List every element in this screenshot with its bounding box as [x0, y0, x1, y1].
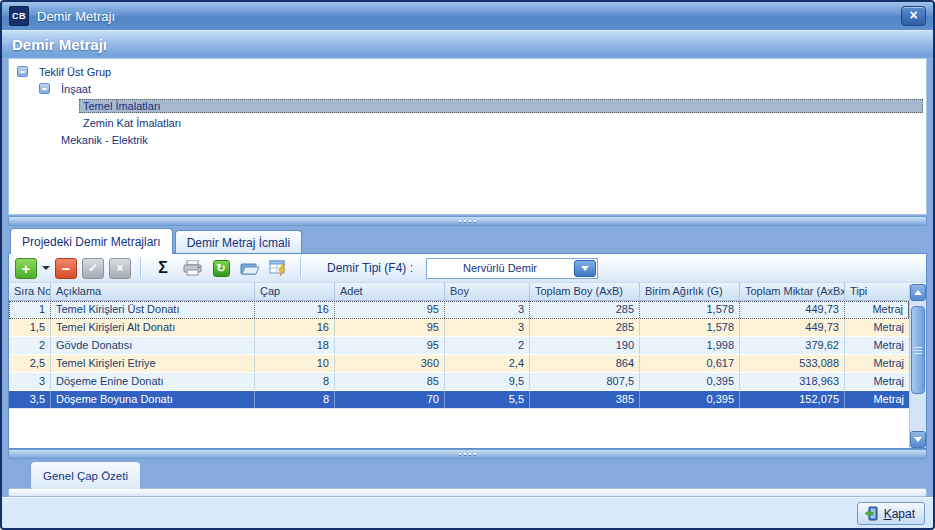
add-dropdown-arrow-icon[interactable]: [42, 266, 50, 270]
demir-tipi-label: Demir Tipi (F4) :: [327, 261, 413, 275]
table-cell: 3: [445, 301, 530, 318]
column-header[interactable]: Toplam Boy (AxB): [530, 283, 640, 300]
tree-item[interactable]: Teklif Üst Grup: [9, 63, 926, 80]
table-cell: Metraj: [845, 355, 909, 372]
splitter-grip-dot: [464, 453, 466, 455]
column-header[interactable]: Birim Ağırlık (G): [640, 283, 740, 300]
table-cell: 3: [9, 373, 51, 390]
table-cell: 449,73: [740, 301, 845, 318]
horizontal-splitter[interactable]: [8, 216, 927, 226]
tab-genel-cap-ozeti[interactable]: Genel Çap Özeti: [30, 461, 141, 489]
printer-icon: [183, 260, 202, 276]
chevron-up-icon: [914, 290, 922, 295]
tree-item-label: Zemin Kat İmalatları: [79, 116, 185, 130]
chevron-down-icon: [914, 437, 922, 442]
table-cell: 2: [445, 337, 530, 354]
table-cell: Metraj: [845, 301, 909, 318]
table-cell: 1,578: [640, 301, 740, 318]
tree-item[interactable]: İnşaat: [9, 80, 926, 97]
tree-expander-icon[interactable]: [17, 66, 28, 77]
table-cell: 379,62: [740, 337, 845, 354]
table-cell: 807,5: [530, 373, 640, 390]
column-header[interactable]: Sıra No: [9, 283, 51, 300]
folder-icon: [240, 261, 260, 276]
table-cell: 1,998: [640, 337, 740, 354]
title-bar: CB Demir Metrajı ×: [2, 2, 933, 30]
column-header[interactable]: Tipi: [845, 283, 909, 300]
tree-item[interactable]: Mekanik - Elektrik: [9, 131, 926, 148]
table-row[interactable]: 3,5Döşeme Boyuna Donatı8705,53850,395152…: [9, 391, 909, 409]
minus-icon: −: [62, 261, 71, 276]
table-cell: 5,5: [445, 391, 530, 408]
tab-demir-metraj-icmali[interactable]: Demir Metraj İcmali: [175, 230, 302, 254]
minus-glyph: [42, 88, 47, 90]
scroll-down-button[interactable]: [910, 431, 926, 448]
delete-row-button[interactable]: −: [55, 258, 77, 279]
cancel-button[interactable]: ×: [109, 258, 131, 279]
print-button[interactable]: [180, 257, 204, 279]
table-cell: Gövde Donatısı: [51, 337, 255, 354]
column-header[interactable]: Çap: [255, 283, 335, 300]
column-header[interactable]: Açıklama: [51, 283, 255, 300]
sum-button[interactable]: Σ: [151, 257, 175, 279]
table-cell: 864: [530, 355, 640, 372]
column-header[interactable]: Toplam Miktar (AxBx(: [740, 283, 845, 300]
table-cell: 16: [255, 301, 335, 318]
splitter-grip-dot: [464, 220, 466, 222]
splitter-grip-dot: [469, 220, 471, 222]
page-title: Demir Metrajı: [2, 30, 933, 57]
kapat-button[interactable]: Kapat: [857, 502, 925, 525]
table-cell: Metraj: [845, 319, 909, 336]
column-header[interactable]: Boy: [445, 283, 530, 300]
demir-metraji-window: CB Demir Metrajı × Demir Metrajı Teklif …: [0, 0, 935, 530]
refresh-button[interactable]: ↻: [209, 257, 233, 279]
table-cell: 95: [335, 301, 445, 318]
table-cell: 10: [255, 355, 335, 372]
table-row[interactable]: 1,5Temel Kirişleri Alt Donatı169532851,5…: [9, 319, 909, 337]
grid-lightning-icon: [269, 260, 289, 276]
confirm-button[interactable]: ✓: [82, 258, 104, 279]
table-cell: 8: [255, 373, 335, 390]
column-header[interactable]: Adet: [335, 283, 445, 300]
table-cell: 285: [530, 301, 640, 318]
table-cell: Temel Kirişleri Etriye: [51, 355, 255, 372]
grid-body: 1Temel Kirişleri Üst Donatı169532851,578…: [9, 301, 909, 409]
table-cell: 95: [335, 337, 445, 354]
scroll-up-button[interactable]: [910, 284, 926, 301]
minus-glyph: [20, 71, 25, 73]
table-cell: 9,5: [445, 373, 530, 390]
vertical-scrollbar[interactable]: [909, 284, 926, 448]
horizontal-splitter[interactable]: [8, 449, 927, 459]
tree-view: Teklif Üst GrupİnşaatTemel İmalatlarıZem…: [8, 58, 927, 215]
table-cell: 190: [530, 337, 640, 354]
tree-item[interactable]: Zemin Kat İmalatları: [9, 114, 926, 131]
table-cell: 2,5: [9, 355, 51, 372]
add-row-button[interactable]: +: [15, 258, 37, 279]
table-cell: 1,578: [640, 319, 740, 336]
table-row[interactable]: 1Temel Kirişleri Üst Donatı169532851,578…: [9, 301, 909, 319]
table-cell: 0,395: [640, 391, 740, 408]
table-cell: 1,5: [9, 319, 51, 336]
scrollbar-thumb[interactable]: [911, 306, 925, 394]
table-cell: 70: [335, 391, 445, 408]
table-row[interactable]: 2,5Temel Kirişleri Etriye103602,48640,61…: [9, 355, 909, 373]
table-cell: 285: [530, 319, 640, 336]
tree-item-label: Mekanik - Elektrik: [57, 133, 152, 147]
table-row[interactable]: 3Döşeme Enine Donatı8859,5807,50,395318,…: [9, 373, 909, 391]
table-cell: Temel Kirişleri Üst Donatı: [51, 301, 255, 318]
tab-strip: Projedeki Demir Metrajları Demir Metraj …: [10, 228, 925, 254]
combo-dropdown-button[interactable]: [574, 260, 596, 277]
demir-tipi-select[interactable]: Nervürlü Demir: [426, 258, 598, 279]
table-cell: 0,617: [640, 355, 740, 372]
grid-header: Sıra NoAçıklamaÇapAdetBoyToplam Boy (AxB…: [9, 283, 909, 301]
grid-panel: + − ✓ × Σ ↻: [8, 253, 927, 449]
table-cell: 16: [255, 319, 335, 336]
table-cell: Döşeme Enine Donatı: [51, 373, 255, 390]
close-icon[interactable]: ×: [901, 6, 926, 26]
tab-projedeki-demir-metrajlari[interactable]: Projedeki Demir Metrajları: [10, 228, 173, 254]
tree-expander-icon[interactable]: [39, 83, 50, 94]
edit-grid-button[interactable]: [267, 257, 291, 279]
tree-item[interactable]: Temel İmalatları: [9, 97, 926, 114]
open-folder-button[interactable]: [238, 257, 262, 279]
table-row[interactable]: 2Gövde Donatısı189521901,998379,62Metraj: [9, 337, 909, 355]
